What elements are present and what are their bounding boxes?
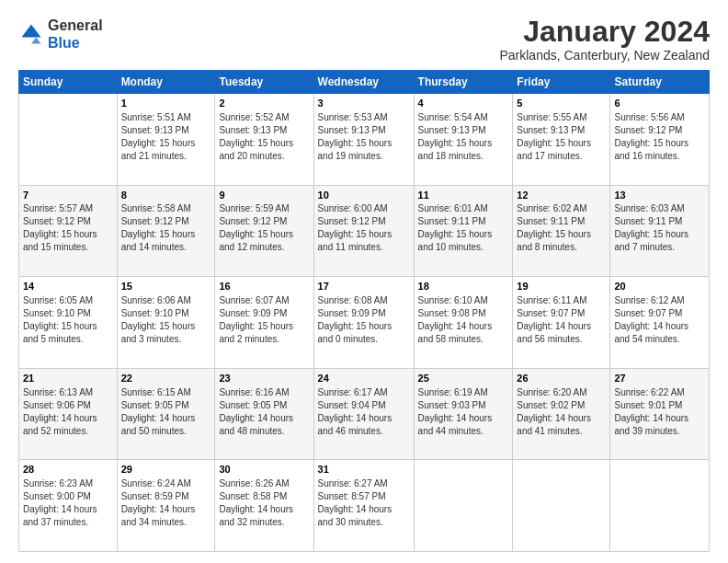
logo: General Blue — [18, 17, 103, 52]
calendar-cell: 17Sunrise: 6:08 AM Sunset: 9:09 PM Dayli… — [313, 277, 414, 369]
day-number: 17 — [318, 280, 410, 293]
day-number: 3 — [318, 97, 410, 110]
calendar-cell: 28Sunrise: 6:23 AM Sunset: 9:00 PM Dayli… — [19, 460, 118, 552]
calendar-cell: 21Sunrise: 6:13 AM Sunset: 9:06 PM Dayli… — [19, 368, 118, 460]
location: Parklands, Canterbury, New Zealand — [499, 48, 710, 63]
calendar-cell: 1Sunrise: 5:51 AM Sunset: 9:13 PM Daylig… — [117, 94, 215, 186]
day-number: 2 — [219, 97, 309, 110]
calendar-cell: 20Sunrise: 6:12 AM Sunset: 9:07 PM Dayli… — [610, 277, 710, 369]
day-number: 8 — [121, 189, 211, 202]
day-number: 28 — [23, 463, 113, 477]
calendar-cell: 7Sunrise: 5:57 AM Sunset: 9:12 PM Daylig… — [19, 185, 118, 277]
day-number: 21 — [23, 372, 113, 385]
day-info: Sunrise: 5:53 AM Sunset: 9:13 PM Dayligh… — [318, 111, 410, 163]
day-number: 1 — [121, 97, 211, 110]
day-info: Sunrise: 6:23 AM Sunset: 9:00 PM Dayligh… — [23, 477, 113, 529]
day-info: Sunrise: 6:11 AM Sunset: 9:07 PM Dayligh… — [517, 294, 606, 346]
day-number: 9 — [219, 189, 309, 202]
day-info: Sunrise: 5:58 AM Sunset: 9:12 PM Dayligh… — [121, 202, 211, 254]
calendar-week-4: 21Sunrise: 6:13 AM Sunset: 9:06 PM Dayli… — [19, 368, 710, 460]
day-info: Sunrise: 6:27 AM Sunset: 8:57 PM Dayligh… — [318, 477, 410, 529]
day-number: 23 — [219, 372, 309, 385]
day-info: Sunrise: 6:08 AM Sunset: 9:09 PM Dayligh… — [318, 294, 410, 346]
day-info: Sunrise: 5:52 AM Sunset: 9:13 PM Dayligh… — [219, 111, 309, 163]
day-number: 7 — [23, 189, 113, 202]
day-header-friday: Friday — [513, 71, 610, 94]
day-number: 25 — [418, 372, 509, 385]
day-number: 12 — [517, 189, 606, 202]
day-number: 29 — [121, 463, 211, 477]
calendar-cell: 3Sunrise: 5:53 AM Sunset: 9:13 PM Daylig… — [313, 94, 414, 186]
day-info: Sunrise: 6:17 AM Sunset: 9:04 PM Dayligh… — [318, 386, 410, 438]
calendar-week-1: 1Sunrise: 5:51 AM Sunset: 9:13 PM Daylig… — [19, 94, 710, 186]
day-info: Sunrise: 5:59 AM Sunset: 9:12 PM Dayligh… — [219, 202, 309, 254]
calendar-cell: 12Sunrise: 6:02 AM Sunset: 9:11 PM Dayli… — [513, 185, 610, 277]
day-number: 5 — [517, 97, 606, 110]
day-info: Sunrise: 6:10 AM Sunset: 9:08 PM Dayligh… — [418, 294, 509, 346]
day-number: 19 — [517, 280, 606, 293]
logo-icon — [18, 21, 44, 47]
day-number: 15 — [121, 280, 211, 293]
calendar-cell: 27Sunrise: 6:22 AM Sunset: 9:01 PM Dayli… — [610, 368, 710, 460]
day-info: Sunrise: 5:54 AM Sunset: 9:13 PM Dayligh… — [418, 111, 509, 163]
calendar-week-2: 7Sunrise: 5:57 AM Sunset: 9:12 PM Daylig… — [19, 185, 710, 277]
day-header-saturday: Saturday — [610, 71, 710, 94]
calendar-cell: 26Sunrise: 6:20 AM Sunset: 9:02 PM Dayli… — [513, 368, 610, 460]
day-info: Sunrise: 6:07 AM Sunset: 9:09 PM Dayligh… — [219, 294, 309, 346]
day-number: 26 — [517, 372, 606, 385]
day-info: Sunrise: 5:56 AM Sunset: 9:12 PM Dayligh… — [614, 111, 705, 163]
calendar-table: SundayMondayTuesdayWednesdayThursdayFrid… — [18, 70, 710, 552]
day-info: Sunrise: 6:24 AM Sunset: 8:59 PM Dayligh… — [121, 477, 211, 529]
day-number: 18 — [418, 280, 509, 293]
day-info: Sunrise: 6:00 AM Sunset: 9:12 PM Dayligh… — [318, 202, 410, 254]
day-number: 30 — [219, 463, 309, 477]
day-info: Sunrise: 6:01 AM Sunset: 9:11 PM Dayligh… — [418, 202, 509, 254]
calendar-cell: 10Sunrise: 6:00 AM Sunset: 9:12 PM Dayli… — [313, 185, 414, 277]
day-number: 16 — [219, 280, 309, 293]
day-info: Sunrise: 6:19 AM Sunset: 9:03 PM Dayligh… — [418, 386, 509, 438]
day-header-tuesday: Tuesday — [215, 71, 313, 94]
day-info: Sunrise: 6:26 AM Sunset: 8:58 PM Dayligh… — [219, 477, 309, 529]
day-number: 11 — [418, 189, 509, 202]
page: General Blue January 2024 Parklands, Can… — [0, 0, 728, 563]
day-number: 24 — [318, 372, 410, 385]
day-info: Sunrise: 6:05 AM Sunset: 9:10 PM Dayligh… — [23, 294, 113, 346]
day-info: Sunrise: 6:15 AM Sunset: 9:05 PM Dayligh… — [121, 386, 211, 438]
day-number: 31 — [318, 463, 410, 477]
day-header-sunday: Sunday — [19, 71, 118, 94]
calendar-cell: 30Sunrise: 6:26 AM Sunset: 8:58 PM Dayli… — [215, 460, 313, 552]
logo-general-text: General — [48, 17, 103, 33]
calendar-cell: 6Sunrise: 5:56 AM Sunset: 9:12 PM Daylig… — [610, 94, 710, 186]
calendar-cell — [19, 94, 118, 186]
calendar-cell: 18Sunrise: 6:10 AM Sunset: 9:08 PM Dayli… — [414, 277, 513, 369]
calendar-cell: 8Sunrise: 5:58 AM Sunset: 9:12 PM Daylig… — [117, 185, 215, 277]
day-info: Sunrise: 5:57 AM Sunset: 9:12 PM Dayligh… — [23, 202, 113, 254]
day-number: 4 — [418, 97, 509, 110]
calendar-cell — [414, 460, 513, 552]
calendar-cell: 24Sunrise: 6:17 AM Sunset: 9:04 PM Dayli… — [313, 368, 414, 460]
calendar-cell: 23Sunrise: 6:16 AM Sunset: 9:05 PM Dayli… — [215, 368, 313, 460]
calendar-header-row: SundayMondayTuesdayWednesdayThursdayFrid… — [19, 71, 710, 94]
calendar-cell — [513, 460, 610, 552]
day-info: Sunrise: 6:16 AM Sunset: 9:05 PM Dayligh… — [219, 386, 309, 438]
calendar-cell: 9Sunrise: 5:59 AM Sunset: 9:12 PM Daylig… — [215, 185, 313, 277]
day-info: Sunrise: 6:03 AM Sunset: 9:11 PM Dayligh… — [614, 202, 705, 254]
calendar-cell: 11Sunrise: 6:01 AM Sunset: 9:11 PM Dayli… — [414, 185, 513, 277]
day-info: Sunrise: 5:55 AM Sunset: 9:13 PM Dayligh… — [517, 111, 606, 163]
day-info: Sunrise: 6:13 AM Sunset: 9:06 PM Dayligh… — [23, 386, 113, 438]
day-number: 10 — [318, 189, 410, 202]
day-number: 20 — [614, 280, 705, 293]
day-header-monday: Monday — [117, 71, 215, 94]
calendar-cell: 13Sunrise: 6:03 AM Sunset: 9:11 PM Dayli… — [610, 185, 710, 277]
calendar-cell: 15Sunrise: 6:06 AM Sunset: 9:10 PM Dayli… — [117, 277, 215, 369]
title-block: January 2024 Parklands, Canterbury, New … — [499, 17, 710, 63]
calendar-cell: 14Sunrise: 6:05 AM Sunset: 9:10 PM Dayli… — [19, 277, 118, 369]
day-info: Sunrise: 6:12 AM Sunset: 9:07 PM Dayligh… — [614, 294, 705, 346]
calendar-cell: 16Sunrise: 6:07 AM Sunset: 9:09 PM Dayli… — [215, 277, 313, 369]
calendar-cell — [610, 460, 710, 552]
logo-blue-text: Blue — [48, 35, 80, 51]
day-number: 14 — [23, 280, 113, 293]
header: General Blue January 2024 Parklands, Can… — [18, 17, 710, 63]
day-header-wednesday: Wednesday — [313, 71, 414, 94]
day-number: 22 — [121, 372, 211, 385]
